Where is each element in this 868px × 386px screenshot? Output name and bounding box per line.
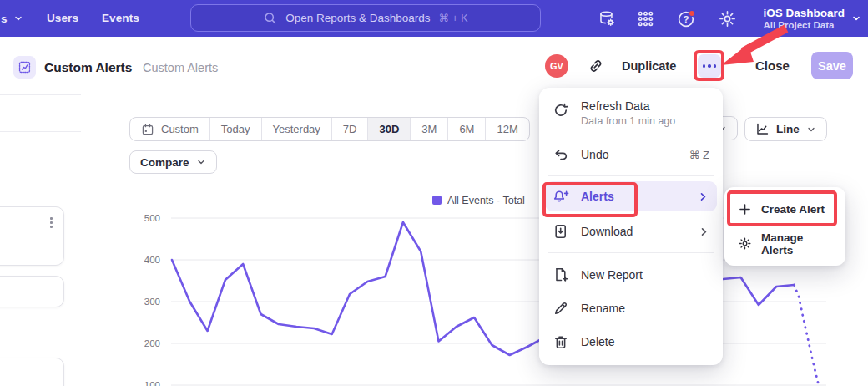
nav-item-events[interactable]: Events	[102, 12, 139, 24]
range-3m[interactable]: 3M	[411, 118, 448, 140]
report-chart-icon	[13, 56, 36, 79]
search-input[interactable]: Open Reports & Dashboards ⌘ + K	[190, 4, 541, 32]
delete-trash-icon	[553, 333, 569, 350]
chevron-down-icon	[851, 13, 861, 23]
app-screen: s Users Events Open Reports & Dashboards…	[0, 0, 868, 386]
sidebar-row-divider	[0, 94, 81, 95]
calendar-icon	[141, 123, 154, 136]
menu-item-alerts[interactable]: Alerts	[545, 181, 717, 211]
menu-item-refresh-data[interactable]: Refresh Data Data from 1 min ago	[539, 94, 723, 135]
download-icon	[553, 223, 569, 240]
menu-item-label: Delete	[581, 335, 709, 348]
rename-pencil-icon	[553, 300, 569, 317]
chevron-down-icon	[13, 13, 23, 23]
submenu-item-label: Create Alert	[761, 203, 825, 216]
submenu-item-label: Manage Alerts	[761, 231, 832, 256]
menu-item-label: Refresh Data	[581, 99, 709, 113]
svg-text:200: 200	[144, 338, 160, 348]
range-yesterday[interactable]: Yesterday	[262, 118, 332, 140]
chevron-down-icon	[196, 157, 206, 167]
project-selector[interactable]: iOS Dashboard All Project Data	[763, 3, 861, 33]
chevron-right-icon	[698, 191, 709, 202]
chart-type-button[interactable]: Line	[744, 117, 827, 141]
apps-grid-icon[interactable]	[636, 9, 655, 28]
menu-item-undo[interactable]: Undo ⌘ Z	[539, 138, 723, 171]
chart-legend: All Events - Total	[432, 195, 525, 206]
menu-item-shortcut: ⌘ Z	[689, 149, 709, 161]
menu-divider	[548, 252, 714, 253]
menu-item-label: Alerts	[581, 190, 686, 203]
submenu-item-create-alert[interactable]: Create Alert	[724, 192, 845, 226]
menu-item-label: Rename	[581, 302, 709, 315]
svg-text:400: 400	[144, 255, 160, 265]
duplicate-button[interactable]: Duplicate	[622, 59, 676, 73]
sidebar-card[interactable]	[0, 206, 64, 266]
nav-item-partial[interactable]: s	[1, 0, 23, 37]
line-chart-icon	[755, 122, 770, 136]
nav-partial-label: s	[1, 13, 8, 25]
data-sources-icon[interactable]	[598, 9, 617, 28]
menu-item-label: Download	[581, 225, 687, 238]
range-12m[interactable]: 12M	[486, 118, 528, 140]
sidebar-card[interactable]	[0, 358, 64, 386]
breadcrumb: Custom Alerts	[143, 61, 218, 74]
menu-item-new-report[interactable]: New Report	[539, 258, 723, 292]
chevron-right-icon	[699, 226, 709, 237]
range-7d[interactable]: 7D	[332, 118, 369, 140]
help-icon[interactable]: ?	[677, 9, 696, 28]
menu-item-label: Undo	[581, 148, 677, 161]
menu-item-delete[interactable]: Delete	[539, 325, 723, 358]
avatar[interactable]: GV	[545, 54, 568, 78]
alerts-submenu: Create Alert Manage Alerts	[724, 187, 845, 266]
menu-item-download[interactable]: Download	[539, 215, 723, 248]
context-menu: Refresh Data Data from 1 min ago Undo ⌘ …	[539, 88, 723, 365]
report-header: Custom Alerts Custom Alerts GV Duplicate…	[0, 37, 868, 89]
project-scope: All Project Data	[763, 20, 845, 31]
search-placeholder: Open Reports & Dashboards	[285, 12, 430, 24]
date-range-control: Custom Today Yesterday 7D 30D 3M 6M 12M	[129, 117, 530, 141]
undo-icon	[553, 146, 569, 163]
search-icon	[263, 11, 277, 25]
menu-item-label: New Report	[581, 268, 709, 282]
chevron-down-icon	[806, 124, 816, 135]
nav-item-users[interactable]: Users	[47, 12, 78, 24]
svg-text:100: 100	[144, 380, 160, 386]
menu-item-rename[interactable]: Rename	[539, 292, 723, 325]
menu-item-sublabel: Data from 1 min ago	[581, 115, 709, 127]
kebab-menu-icon[interactable]	[50, 217, 53, 228]
close-button[interactable]: Close	[755, 58, 790, 73]
sidebar-row-divider	[0, 165, 81, 165]
plus-icon	[738, 202, 752, 216]
range-today[interactable]: Today	[210, 118, 262, 140]
svg-text:?: ?	[683, 14, 689, 24]
svg-text:All Events - Total: All Events - Total	[447, 195, 525, 206]
range-custom[interactable]: Custom	[130, 118, 210, 140]
refresh-icon	[553, 102, 569, 119]
page-title: Custom Alerts	[44, 60, 132, 75]
menu-divider	[548, 175, 714, 176]
gear-icon	[738, 236, 752, 251]
new-report-icon	[553, 267, 569, 283]
settings-gear-icon[interactable]	[718, 9, 737, 28]
share-link-icon[interactable]	[588, 58, 604, 74]
search-shortcut: ⌘ + K	[439, 12, 468, 24]
project-name: iOS Dashboard	[763, 7, 845, 20]
y-axis-labels: 500 400 300 200 100	[144, 213, 160, 386]
chart-projection	[795, 285, 825, 386]
svg-text:300: 300	[144, 297, 160, 307]
compare-button[interactable]: Compare	[129, 150, 217, 174]
sidebar-row-divider	[0, 131, 81, 132]
svg-text:500: 500	[144, 213, 160, 223]
range-6m[interactable]: 6M	[448, 118, 486, 140]
more-options-button[interactable]	[698, 54, 721, 78]
sidebar-card[interactable]	[0, 276, 64, 307]
top-nav-bar: s Users Events Open Reports & Dashboards…	[0, 0, 868, 37]
range-30d-selected[interactable]: 30D	[368, 118, 411, 140]
save-button[interactable]: Save	[811, 52, 853, 79]
alert-bell-plus-icon	[553, 188, 569, 205]
submenu-item-manage-alerts[interactable]: Manage Alerts	[724, 226, 845, 261]
